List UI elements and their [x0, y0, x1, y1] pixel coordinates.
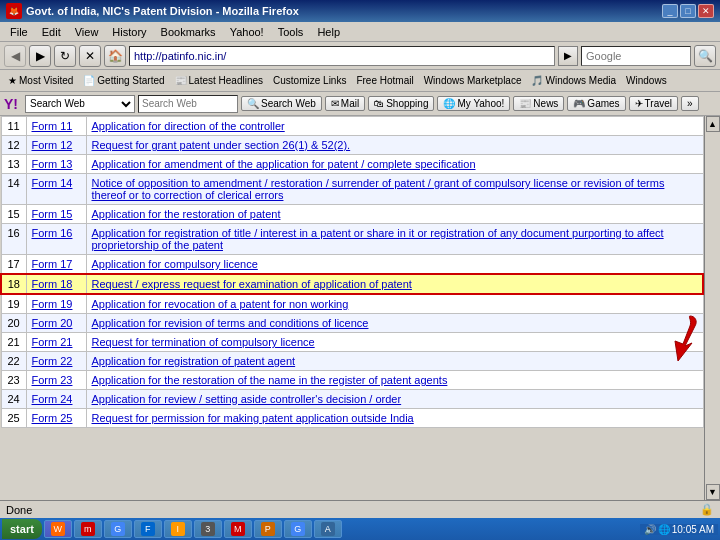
form-number-link[interactable]: Form 13: [26, 155, 86, 174]
bookmark-most-visited[interactable]: ★ Most Visited: [4, 74, 77, 87]
form-description-link[interactable]: Request / express request for examinatio…: [86, 274, 703, 294]
form-description-link[interactable]: Application for the restoration of the n…: [86, 371, 703, 390]
travel-button[interactable]: ✈ Travel: [629, 96, 678, 111]
item9-icon: G: [291, 522, 305, 536]
shopping-button[interactable]: 🛍 Shopping: [368, 96, 434, 111]
form-description-link[interactable]: Application for revision of terms and co…: [86, 314, 703, 333]
search-type-dropdown[interactable]: Search Web: [25, 95, 135, 113]
more-button[interactable]: »: [681, 96, 699, 111]
form-description-link[interactable]: Request for permission for making patent…: [86, 409, 703, 428]
bookmark-windows-media[interactable]: 🎵 Windows Media: [527, 74, 620, 87]
form-number-link[interactable]: Form 19: [26, 294, 86, 314]
home-button[interactable]: 🏠: [104, 45, 126, 67]
taskbar-item-4[interactable]: F: [134, 520, 162, 538]
forms-table-container[interactable]: 11Form 11Application for direction of th…: [0, 116, 704, 500]
form-number-link[interactable]: Form 20: [26, 314, 86, 333]
menu-bookmarks[interactable]: Bookmarks: [155, 25, 222, 39]
table-row: 25Form 25Request for permission for maki…: [1, 409, 703, 428]
taskbar-item-3[interactable]: G: [104, 520, 132, 538]
go-button[interactable]: ▶: [558, 46, 578, 66]
menu-view[interactable]: View: [69, 25, 105, 39]
address-bar[interactable]: http://patinfo.nic.in/: [129, 46, 555, 66]
menu-yahoo[interactable]: Yahoo!: [224, 25, 270, 39]
search-web-button[interactable]: 🔍 Search Web: [241, 96, 322, 111]
form-description-link[interactable]: Application for registration of patent a…: [86, 352, 703, 371]
form-number-link[interactable]: Form 16: [26, 224, 86, 255]
mail-button[interactable]: ✉ Mail: [325, 96, 365, 111]
menu-edit[interactable]: Edit: [36, 25, 67, 39]
taskbar-item-8[interactable]: P: [254, 520, 282, 538]
yahoo-search-input[interactable]: [138, 95, 238, 113]
taskbar-item-9[interactable]: G: [284, 520, 312, 538]
minimize-button[interactable]: _: [662, 4, 678, 18]
form-description-link[interactable]: Request for termination of compulsory li…: [86, 333, 703, 352]
taskbar-item-10[interactable]: A: [314, 520, 342, 538]
form-description-link[interactable]: Request for grant patent under section 2…: [86, 136, 703, 155]
security-icon: 🔒: [700, 503, 714, 516]
maximize-button[interactable]: □: [680, 4, 696, 18]
back-button[interactable]: ◀: [4, 45, 26, 67]
table-row: 12Form 12Request for grant patent under …: [1, 136, 703, 155]
firefox-icon: W: [51, 522, 65, 536]
menu-help[interactable]: Help: [311, 25, 346, 39]
forms-table: 11Form 11Application for direction of th…: [0, 116, 704, 428]
form-description-link[interactable]: Application for direction of the control…: [86, 117, 703, 136]
form-number-link[interactable]: Form 17: [26, 255, 86, 275]
form-number-link[interactable]: Form 22: [26, 352, 86, 371]
games-button[interactable]: 🎮 Games: [567, 96, 625, 111]
bookmark-windows-marketplace[interactable]: Windows Marketplace: [420, 74, 526, 87]
form-description-link[interactable]: Application for amendment of the applica…: [86, 155, 703, 174]
forward-button[interactable]: ▶: [29, 45, 51, 67]
form-number-link[interactable]: Form 11: [26, 117, 86, 136]
title-bar: 🦊 Govt. of India, NIC's Patent Division …: [0, 0, 720, 22]
row-number: 17: [1, 255, 26, 275]
taskbar-item-5[interactable]: I: [164, 520, 192, 538]
url-text: http://patinfo.nic.in/: [134, 50, 550, 62]
close-button[interactable]: ✕: [698, 4, 714, 18]
scroll-down-button[interactable]: ▼: [706, 484, 720, 500]
menu-tools[interactable]: Tools: [272, 25, 310, 39]
taskbar-firefox[interactable]: W: [44, 520, 72, 538]
form-description-link[interactable]: Application for registration of title / …: [86, 224, 703, 255]
menu-file[interactable]: File: [4, 25, 34, 39]
bookmark-windows[interactable]: Windows: [622, 74, 671, 87]
form-number-link[interactable]: Form 12: [26, 136, 86, 155]
start-button[interactable]: start: [2, 519, 42, 539]
bookmark-customize-links[interactable]: Customize Links: [269, 74, 350, 87]
bookmark-getting-started[interactable]: 📄 Getting Started: [79, 74, 168, 87]
yahoo-logo: Y!: [4, 96, 18, 112]
menu-history[interactable]: History: [106, 25, 152, 39]
my-yahoo-button[interactable]: 🌐 My Yahoo!: [437, 96, 510, 111]
search-button[interactable]: 🔍: [694, 45, 716, 67]
news-button[interactable]: 📰 News: [513, 96, 564, 111]
table-row: 22Form 22Application for registration of…: [1, 352, 703, 371]
taskbar-item-6[interactable]: 3: [194, 520, 222, 538]
clock: 10:05 AM: [672, 524, 714, 535]
form-number-link[interactable]: Form 18: [26, 274, 86, 294]
scrollbar[interactable]: ▲ ▼: [704, 116, 720, 500]
search-input[interactable]: [581, 46, 691, 66]
row-number: 23: [1, 371, 26, 390]
scroll-up-button[interactable]: ▲: [706, 116, 720, 132]
form-number-link[interactable]: Form 23: [26, 371, 86, 390]
form-description-link[interactable]: Application for compulsory licence: [86, 255, 703, 275]
form-number-link[interactable]: Form 14: [26, 174, 86, 205]
refresh-button[interactable]: ↻: [54, 45, 76, 67]
form-description-link[interactable]: Application for the restoration of paten…: [86, 205, 703, 224]
form-description-link[interactable]: Application for review / setting aside c…: [86, 390, 703, 409]
taskbar-item-7[interactable]: M: [224, 520, 252, 538]
form-number-link[interactable]: Form 21: [26, 333, 86, 352]
form-number-link[interactable]: Form 25: [26, 409, 86, 428]
form-number-link[interactable]: Form 24: [26, 390, 86, 409]
row-number: 16: [1, 224, 26, 255]
bookmark-latest-headlines[interactable]: 📰 Latest Headlines: [171, 74, 268, 87]
taskbar-item-2[interactable]: m: [74, 520, 102, 538]
bookmarks-bar: ★ Most Visited 📄 Getting Started 📰 Lates…: [0, 70, 720, 92]
form-description-link[interactable]: Notice of opposition to amendment / rest…: [86, 174, 703, 205]
navigation-bar: ◀ ▶ ↻ ✕ 🏠 http://patinfo.nic.in/ ▶ 🔍: [0, 42, 720, 70]
form-number-link[interactable]: Form 15: [26, 205, 86, 224]
stop-button[interactable]: ✕: [79, 45, 101, 67]
item6-icon: 3: [201, 522, 215, 536]
bookmark-free-hotmail[interactable]: Free Hotmail: [352, 74, 417, 87]
form-description-link[interactable]: Application for revocation of a patent f…: [86, 294, 703, 314]
